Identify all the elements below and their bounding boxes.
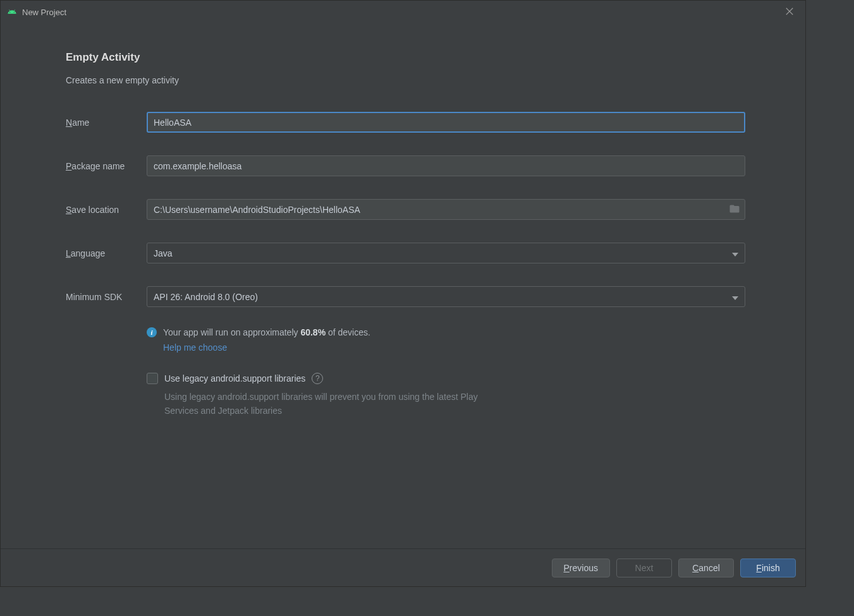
label-minimum-sdk: Minimum SDK	[66, 292, 147, 302]
window-title: New Project	[22, 8, 66, 17]
titlebar: New Project	[1, 1, 805, 23]
name-field[interactable]	[147, 112, 745, 133]
sdk-info-text: Your app will run on approximately 60.8%…	[163, 327, 370, 337]
legacy-checkbox-row: Use legacy android.support libraries ?	[147, 373, 745, 384]
row-language: Language Java	[66, 243, 745, 263]
row-save-location: Save location	[66, 199, 745, 220]
package-field[interactable]	[147, 155, 745, 176]
row-name: Name	[66, 112, 745, 133]
next-button: Next	[616, 559, 672, 577]
chevron-down-icon	[732, 292, 738, 302]
label-package: Package name	[66, 161, 147, 171]
label-save-location: Save location	[66, 205, 147, 215]
label-name: Name	[66, 118, 147, 128]
legacy-checkbox-label: Use legacy android.support libraries	[164, 373, 305, 383]
page-subtitle: Creates a new empty activity	[66, 75, 745, 85]
sdk-info: i Your app will run on approximately 60.…	[147, 327, 745, 353]
minimum-sdk-select[interactable]: API 26: Android 8.0 (Oreo)	[147, 286, 745, 307]
finish-button[interactable]: Finish	[740, 559, 796, 577]
info-icon: i	[147, 327, 157, 337]
language-select[interactable]: Java	[147, 243, 745, 263]
button-bar: Previous Next Cancel Finish	[1, 548, 805, 586]
page-title: Empty Activity	[66, 51, 745, 64]
help-icon[interactable]: ?	[312, 373, 323, 384]
android-icon	[7, 7, 17, 17]
language-select-value: Java	[154, 248, 173, 258]
close-icon[interactable]	[780, 3, 799, 21]
folder-icon[interactable]	[729, 203, 740, 216]
label-language: Language	[66, 248, 147, 258]
new-project-dialog: New Project Empty Activity Creates a new…	[0, 0, 806, 587]
previous-button[interactable]: Previous	[552, 559, 610, 577]
row-package: Package name	[66, 155, 745, 176]
save-location-field[interactable]	[147, 199, 745, 220]
help-me-choose-link[interactable]: Help me choose	[163, 342, 745, 353]
legacy-checkbox[interactable]	[147, 373, 158, 384]
legacy-description: Using legacy android.support libraries w…	[164, 390, 506, 418]
cancel-button[interactable]: Cancel	[678, 559, 734, 577]
row-minimum-sdk: Minimum SDK API 26: Android 8.0 (Oreo)	[66, 286, 745, 307]
chevron-down-icon	[732, 248, 738, 258]
minimum-sdk-select-value: API 26: Android 8.0 (Oreo)	[154, 292, 258, 302]
